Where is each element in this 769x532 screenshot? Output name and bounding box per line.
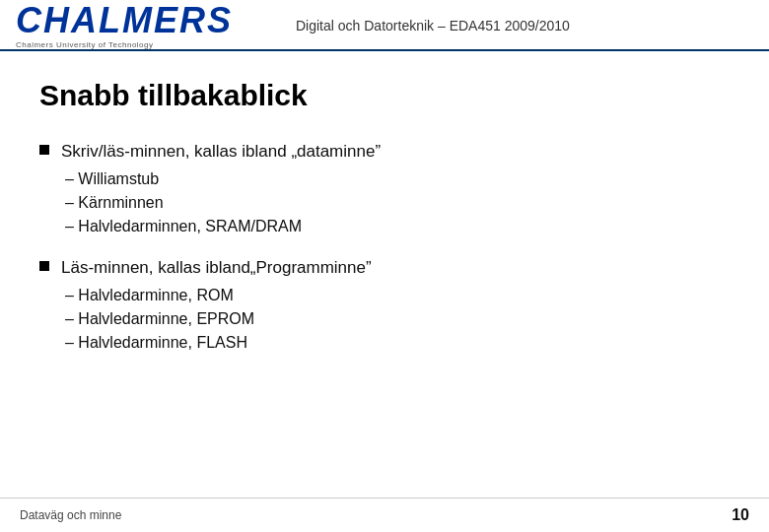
sub-item: Halvledarminnen, SRAM/DRAM — [61, 215, 381, 238]
logo-subtitle: Chalmers University of Technology — [16, 40, 286, 49]
logo-area: CHALMERS Chalmers University of Technolo… — [16, 3, 286, 49]
list-item: Läs-minnen, kallas ibland„Programminne” … — [39, 256, 730, 355]
footer-page-number: 10 — [732, 506, 749, 524]
footer: Dataväg och minne 10 — [0, 498, 769, 532]
bullet-main-1: Skriv/läs-minnen, kallas ibland „datamin… — [61, 140, 381, 164]
sub-item: Kärnminnen — [61, 191, 381, 215]
bullet-list: Skriv/läs-minnen, kallas ibland „datamin… — [39, 140, 730, 355]
bullet-icon — [39, 145, 49, 155]
sub-list-1: Williamstub Kärnminnen Halvledarminnen, … — [61, 167, 381, 238]
slide-title: Snabb tillbakablick — [39, 79, 730, 112]
sub-item: Williamstub — [61, 167, 381, 191]
logo-text: CHALMERS — [16, 3, 286, 38]
sub-item: Halvledarminne, EPROM — [61, 307, 372, 331]
bullet-content: Läs-minnen, kallas ibland„Programminne” … — [61, 256, 372, 355]
bullet-content: Skriv/läs-minnen, kallas ibland „datamin… — [61, 140, 381, 238]
bullet-main-2: Läs-minnen, kallas ibland„Programminne” — [61, 256, 372, 280]
footer-left-text: Dataväg och minne — [20, 508, 121, 522]
header-title: Digital och Datorteknik – EDA451 2009/20… — [296, 18, 570, 33]
header: CHALMERS Chalmers University of Technolo… — [0, 0, 769, 51]
sub-item: Halvledarminne, FLASH — [61, 331, 372, 355]
sub-list-2: Halvledarminne, ROM Halvledarminne, EPRO… — [61, 284, 372, 355]
bullet-icon — [39, 261, 49, 271]
sub-item: Halvledarminne, ROM — [61, 284, 372, 307]
list-item: Skriv/läs-minnen, kallas ibland „datamin… — [39, 140, 730, 238]
main-content: Snabb tillbakablick Skriv/läs-minnen, ka… — [0, 51, 769, 392]
